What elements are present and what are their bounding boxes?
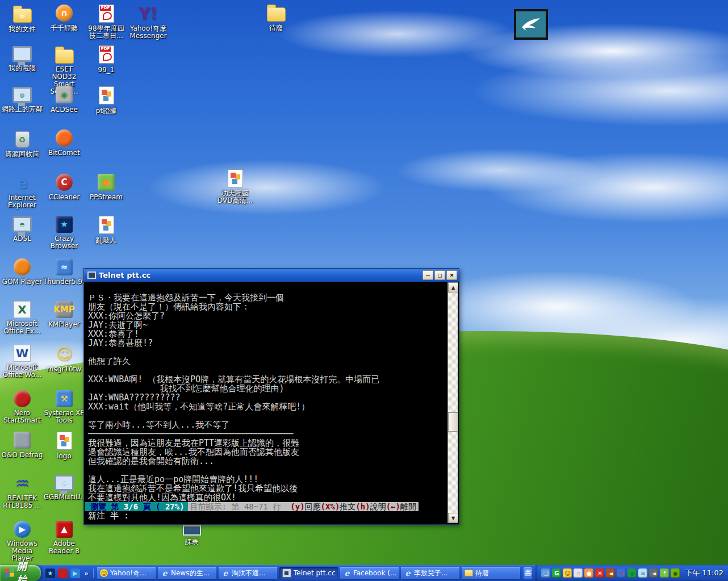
desktop-icon-adobe-reader-8[interactable]: Adobe Reader 8 — [43, 521, 85, 555]
desktop-icon-kungfu-movie[interactable]: 功夫灌籃 DVD高清... — [214, 169, 256, 205]
telnet-input-line[interactable]: 新注 半 : — [88, 511, 448, 520]
desktop-icon-kmplayer[interactable]: KMPlayer — [43, 301, 85, 329]
desktop-icon-thunder-5-9[interactable]: Thunder5.9.. — [43, 258, 85, 286]
yahoo-messenger-icon — [139, 5, 158, 23]
thunder-5-9-icon — [56, 258, 73, 275]
taskbar-button--[interactable]: e淘汰不適... — [219, 567, 277, 579]
taskbar-button-telnet-ptt-cc[interactable]: Telnet ptt.cc — [279, 567, 338, 579]
desktop-icon-my-computer[interactable]: 我的電腦 — [1, 45, 43, 73]
ime-language-icon[interactable]: 書 — [524, 567, 532, 579]
taskbar-button-label: 李敖兒子... — [414, 569, 447, 578]
desktop-icon-acdsee[interactable]: ACDSee — [43, 86, 85, 114]
desktop-icon-realtek-rtl8185[interactable]: REALTEK RTL8185 ... — [1, 474, 43, 510]
telnet-scrollbar[interactable]: ▲ ▼ — [447, 282, 458, 523]
desktop-icon-oo-defrag[interactable]: O&O Defrag — [1, 432, 43, 459]
desktop-icon-pdf-99-1[interactable]: 99_1 — [85, 45, 127, 74]
desktop-icon-ggbmultiu[interactable]: GGBMultiU.. — [43, 474, 85, 501]
desktop-icon-yahoo-messenger[interactable]: Yahoo!奇摩 Messenger — [127, 5, 169, 40]
maximize-button[interactable]: □ — [434, 270, 445, 280]
close-button[interactable]: × — [446, 270, 457, 280]
telnet-titlebar[interactable]: Telnet ptt.cc – □ × — [84, 269, 459, 282]
desktop-icon-microsoft-word[interactable]: Microsoft Office Wo... — [1, 345, 43, 379]
telnet-app-icon — [87, 271, 97, 279]
quicklaunch-media-player-icon[interactable]: ▶ — [70, 569, 80, 578]
desktop-icon-gom-player[interactable]: GOM Player — [1, 258, 43, 286]
recycle-bin-icon — [15, 131, 30, 148]
desktop-icon-microsoft-excel[interactable]: Microsoft Office Ex... — [1, 301, 43, 336]
quicklaunch-crazy-browser-icon[interactable]: ★ — [45, 569, 55, 578]
desktop-icon-bitcomet[interactable]: BitComet — [43, 129, 85, 157]
browse-page-indicator: 瀏覽 第 3/6 頁 ( 27%) — [85, 502, 188, 511]
yahoo-messenger-tray-icon[interactable]: ☺ — [563, 569, 572, 578]
my-computer-icon — [12, 46, 32, 62]
desktop-icon-random-image[interactable]: 亂敲人 — [85, 216, 127, 245]
desktop-icon-ppstream[interactable]: PPStream — [85, 174, 127, 202]
taskbar-button-facebook-[interactable]: eFacebook (... — [340, 567, 399, 579]
desktop-icon-crazy-browser[interactable]: Crazy Browser — [43, 216, 85, 250]
terminal-line: 我找不到怎麼幫他合理化的理由) — [88, 384, 448, 393]
taskbar-button--[interactable]: e李敖兒子... — [401, 567, 459, 579]
desktop-icon-ccleaner[interactable]: CCleaner — [43, 174, 85, 202]
terminal-line — [88, 348, 448, 357]
thunder-bird-tray-icon[interactable]: ≈ — [638, 569, 647, 578]
desktop-icon-pdf-98-school-year[interactable]: 98學年度四技二專日... — [85, 5, 127, 40]
scheduler-tray-icon[interactable]: ▫ — [574, 569, 583, 578]
desktop-icon-label: Internet Explorer — [1, 194, 43, 209]
key-hints: (y)回應(X%)推文(h)說明(←)離開 — [290, 502, 416, 511]
scroll-down-button[interactable]: ▼ — [448, 513, 458, 523]
quicklaunch-nero-icon[interactable] — [58, 569, 68, 578]
terminal-line: ＰＳ・我要在這邊抱怨及訴苦一下，今天我接到一個 — [88, 293, 448, 302]
network-status-tray-icon[interactable]: ❏ — [541, 569, 550, 578]
crazy-browser-icon — [56, 216, 73, 233]
desktop-icon-label: O&O Defrag — [2, 452, 43, 459]
network-places-icon — [12, 87, 32, 103]
terminal-line: 我在這邊抱怨訴苦不是希望他來道歉了!我只希望他以後 — [88, 484, 448, 493]
desktop-icon-nero-startsmart[interactable]: Nero StartSmart — [1, 390, 43, 425]
kmplayer-icon — [56, 301, 73, 318]
desktop-icon-msgr10tw[interactable]: msgr10tw — [43, 345, 85, 374]
windows-logo-icon — [5, 568, 14, 578]
scroll-thumb[interactable] — [448, 412, 458, 432]
taskbar-button-label: 淘汰不適... — [232, 569, 265, 578]
ggbmultiu-icon — [55, 475, 74, 491]
start-button[interactable]: 開始 — [0, 565, 41, 581]
bitcomet-icon — [56, 129, 73, 147]
desktop-icon-adsl-connection[interactable]: ADSL — [1, 216, 43, 243]
desktop-icon-recycle-bin[interactable]: 資源回收筒 — [1, 129, 43, 158]
minimize-button[interactable]: – — [422, 270, 433, 280]
scroll-up-button[interactable]: ▲ — [448, 282, 458, 292]
security-alert-tray-icon[interactable]: ✕ — [595, 569, 604, 578]
ppstream-tray-icon[interactable]: ● — [584, 569, 593, 578]
desktop-icon-pending-folder[interactable]: 待廢 — [255, 3, 297, 32]
desktop-icon-ttplayer[interactable]: 千千靜聽 — [43, 5, 85, 32]
desktop-icon-windows-media-player[interactable]: Windows Media Player — [1, 521, 43, 563]
taskbar-button-yahoo-[interactable]: ☺Yahoo!奇... — [97, 567, 156, 579]
desktop-icon-label: 待廢 — [269, 24, 283, 32]
quick-launch-overflow-chevron[interactable]: » — [84, 569, 89, 578]
desktop-icon-pt-evidence-image[interactable]: pt證據 — [85, 86, 127, 115]
desktop-icon-label: 資源回收筒 — [5, 151, 39, 158]
desktop-icon-label: msgr10tw — [47, 366, 81, 373]
taskbar-button-label: Telnet ptt.cc — [294, 569, 336, 577]
terminal-line: JAY:去逝了啊~ — [88, 320, 448, 329]
desktop-icon-network-places[interactable]: 網路上的芳鄰 — [1, 86, 43, 114]
ie-icon: e — [404, 569, 412, 577]
usb-eject-tray-icon[interactable]: ⇡ — [660, 569, 669, 578]
desktop-icon-label: 課表 — [185, 538, 199, 546]
taskbar-button-news-[interactable]: eNews的生... — [158, 567, 216, 579]
volume-warning-tray-icon[interactable]: ◄ — [606, 569, 615, 578]
nvidia-tray-icon[interactable]: ◉ — [671, 569, 680, 578]
desktop-icon-systerac-xp-tools[interactable]: Systerac XP Tools — [43, 390, 85, 425]
desktop-icon-logo-image[interactable]: logo — [43, 432, 85, 461]
volume-tray-icon[interactable]: ◄ — [649, 569, 658, 578]
ime-g-tray-icon[interactable]: G — [552, 569, 561, 578]
wireless-disabled-tray-icon[interactable]: ✕ — [617, 569, 626, 578]
thunder-bird-widget[interactable] — [514, 9, 548, 40]
start-button-label: 開始 — [17, 560, 30, 581]
desktop-icon-my-documents[interactable]: 我的文件 — [1, 5, 43, 34]
taskbar-button--[interactable]: 待廢 — [462, 567, 520, 579]
internet-explorer-icon — [12, 174, 32, 192]
terminal-line: 這人...正是最近po一po牌開始賣牌的人!!! — [88, 475, 448, 484]
antivirus-eye-tray-icon[interactable]: ◉ — [627, 569, 637, 578]
desktop-icon-internet-explorer[interactable]: Internet Explorer — [1, 174, 43, 210]
